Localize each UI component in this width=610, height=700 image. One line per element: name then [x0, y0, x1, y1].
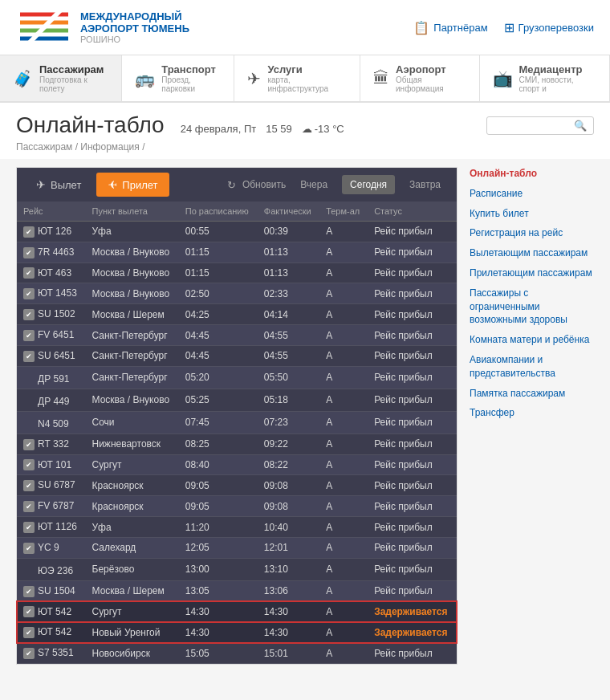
table-row[interactable]: ✔ЮТ 1126 Уфа 11:20 10:40 А Рейс прибыл: [17, 517, 457, 538]
sidebar-link-7[interactable]: Комната матери и ребёнка: [470, 333, 594, 347]
nav-item-airport[interactable]: 🏛 Аэропорт Общая информация: [360, 55, 480, 101]
search-box[interactable]: 🔍: [486, 116, 594, 135]
cell-actual: 14:30: [258, 622, 319, 643]
cell-status: Рейс прибыл: [368, 496, 457, 517]
nav-item-media[interactable]: 📺 Медиацентр СМИ, новости, спорт и: [480, 55, 610, 101]
cell-terminal: А: [319, 366, 368, 389]
table-row[interactable]: ✔FV 6787 Красноярск 09:05 09:08 А Рейс п…: [17, 496, 457, 517]
yesterday-btn[interactable]: Вчера: [292, 175, 336, 194]
cell-actual: 01:13: [258, 262, 319, 283]
search-input[interactable]: [494, 120, 574, 131]
sidebar-link-6[interactable]: Пассажиры с ограниченными возможными здо…: [470, 287, 594, 327]
cell-status: Рейс прибыл: [368, 283, 457, 304]
nav-item-passengers[interactable]: 🧳 Пассажирам Подготовка к полету: [0, 55, 122, 101]
cell-flight-id: ДР 591: [17, 366, 86, 389]
cell-scheduled: 09:05: [179, 496, 258, 517]
cell-actual: 15:01: [258, 643, 319, 664]
table-row[interactable]: ✔FV 6451 Санкт-Петербург 04:45 04:55 А Р…: [17, 325, 457, 346]
breadcrumb-passengers[interactable]: Пассажирам: [16, 141, 72, 153]
table-row[interactable]: ✔ЮТ 542 Новый Уренгой 14:30 14:30 А Заде…: [17, 622, 457, 643]
table-row[interactable]: ✔RT 332 Нижневартовск 08:25 09:22 А Рейс…: [17, 433, 457, 454]
cell-actual: 09:08: [258, 475, 319, 496]
table-row[interactable]: ДР 449 Москва / Внуково 05:25 05:18 А Ре…: [17, 389, 457, 411]
cell-terminal: А: [319, 496, 368, 517]
nav-services-label: Услуги: [267, 63, 347, 75]
today-btn[interactable]: Сегодня: [342, 175, 395, 194]
table-row[interactable]: ✔SU 1502 Москва / Шерем 04:25 04:14 А Ре…: [17, 304, 457, 325]
table-row[interactable]: N4 509 Сочи 07:45 07:23 А Рейс прибыл: [17, 411, 457, 433]
table-row[interactable]: ✔YC 9 Салехард 12:05 12:01 А Рейс прибыл: [17, 537, 457, 558]
table-row[interactable]: ✔ЮТ 463 Москва / Внуково 01:15 01:13 А Р…: [17, 262, 457, 283]
nav-transport-sub: Проезд, парковки: [161, 75, 221, 93]
sidebar-link-8[interactable]: Авиакомпании и представительства: [470, 353, 594, 381]
table-row[interactable]: ✔ЮТ 126 Уфа 00:55 00:39 А Рейс прибыл: [17, 222, 457, 242]
cell-terminal: А: [319, 558, 368, 580]
cell-origin: Москва / Внуково: [86, 283, 179, 304]
cell-origin: Берёзово: [86, 558, 179, 580]
cargo-icon: ⊞: [504, 20, 514, 35]
cell-actual: 07:23: [258, 411, 319, 433]
tomorrow-btn[interactable]: Завтра: [401, 175, 449, 194]
departure-plane-icon: ✈: [36, 178, 46, 191]
table-row[interactable]: ДР 591 Санкт-Петербург 05:20 05:50 А Рей…: [17, 366, 457, 389]
cell-status: Задерживается: [368, 622, 457, 643]
cell-terminal: А: [319, 433, 368, 454]
sidebar-link-2[interactable]: Купить билет: [470, 207, 594, 221]
cell-flight-id: ✔7R 4463: [17, 242, 86, 262]
tab-bar: ✈ Вылет ✈ Прилет ↻ Обновить Вчера Сегодн…: [17, 168, 457, 201]
cell-scheduled: 04:25: [179, 304, 258, 325]
sidebar-link-10[interactable]: Трансфер: [470, 406, 594, 420]
sidebar-link-5[interactable]: Прилетающим пассажирам: [470, 267, 594, 280]
cell-status: Рейс прибыл: [368, 389, 457, 411]
cell-flight-id: ✔RT 332: [17, 433, 86, 454]
cell-terminal: А: [319, 517, 368, 538]
sidebar-link-0[interactable]: Онлайн-табло: [470, 167, 594, 181]
refresh-label[interactable]: Обновить: [242, 179, 286, 190]
cell-scheduled: 13:05: [179, 580, 258, 601]
partners-link[interactable]: 📋 Партнёрам: [413, 20, 487, 35]
cell-status: Рейс прибыл: [368, 643, 457, 664]
table-row[interactable]: ✔7R 4463 Москва / Внуково 01:15 01:13 А …: [17, 242, 457, 262]
tab-arrival[interactable]: ✈ Прилет: [96, 173, 169, 197]
cell-actual: 14:30: [258, 601, 319, 622]
cell-origin: Салехард: [86, 537, 179, 558]
cargo-link[interactable]: ⊞ Грузоперевозки: [504, 20, 594, 35]
cell-origin: Москва / Шерем: [86, 304, 179, 325]
nav-media-label: Медиацентр: [519, 63, 596, 75]
tab-departure[interactable]: ✈ Вылет: [25, 173, 92, 197]
cell-flight-id: ЮЭ 236: [17, 558, 86, 580]
table-row[interactable]: ✔ЮТ 542 Сургут 14:30 14:30 А Задерживает…: [17, 601, 457, 622]
table-row[interactable]: ✔ЮТ 1453 Москва / Внуково 02:50 02:33 А …: [17, 283, 457, 304]
breadcrumb-info[interactable]: Информация: [80, 141, 139, 153]
cell-actual: 13:10: [258, 558, 319, 580]
cell-origin: Сургут: [86, 601, 179, 622]
cell-scheduled: 01:15: [179, 262, 258, 283]
table-row[interactable]: ✔ЮТ 101 Сургут 08:40 08:22 А Рейс прибыл: [17, 454, 457, 475]
weather-icon: ☁: [302, 123, 312, 135]
table-row[interactable]: ✔SU 6787 Красноярск 09:05 09:08 А Рейс п…: [17, 475, 457, 496]
logo-icon: [16, 8, 72, 47]
nav-airport-label: Аэропорт: [396, 63, 466, 75]
refresh-icon: ↻: [227, 179, 236, 191]
nav-transport-label: Транспорт: [161, 63, 221, 75]
cell-terminal: А: [319, 454, 368, 475]
nav-item-transport[interactable]: 🚌 Транспорт Проезд, парковки: [122, 55, 234, 101]
nav-item-services[interactable]: ✈ Услуги карта, инфраструктура: [234, 55, 360, 101]
col-flight: Рейс: [17, 201, 86, 222]
cell-origin: Москва / Шерем: [86, 580, 179, 601]
cell-flight-id: ✔SU 1504: [17, 580, 86, 601]
table-row[interactable]: ✔SU 6451 Санкт-Петербург 04:45 04:55 А Р…: [17, 345, 457, 366]
table-row[interactable]: ✔SU 1504 Москва / Шерем 13:05 13:06 А Ре…: [17, 580, 457, 601]
sidebar-link-4[interactable]: Вылетающим пассажирам: [470, 246, 594, 260]
sidebar-link-3[interactable]: Регистрация на рейс: [470, 226, 594, 240]
logo-sub: РОШИНО: [80, 35, 189, 44]
table-row[interactable]: ЮЭ 236 Берёзово 13:00 13:10 А Рейс прибы…: [17, 558, 457, 580]
table-row[interactable]: ✔S7 5351 Новосибирск 15:05 15:01 А Рейс …: [17, 643, 457, 664]
sidebar: Онлайн-таблоРасписаниеКупить билетРегист…: [470, 167, 594, 665]
cell-flight-id: ✔SU 6787: [17, 475, 86, 496]
col-origin: Пункт вылета: [86, 201, 179, 222]
sidebar-link-9[interactable]: Памятка пассажирам: [470, 387, 594, 401]
cell-scheduled: 11:20: [179, 517, 258, 538]
sidebar-link-1[interactable]: Расписание: [470, 187, 594, 201]
cell-scheduled: 04:45: [179, 345, 258, 366]
